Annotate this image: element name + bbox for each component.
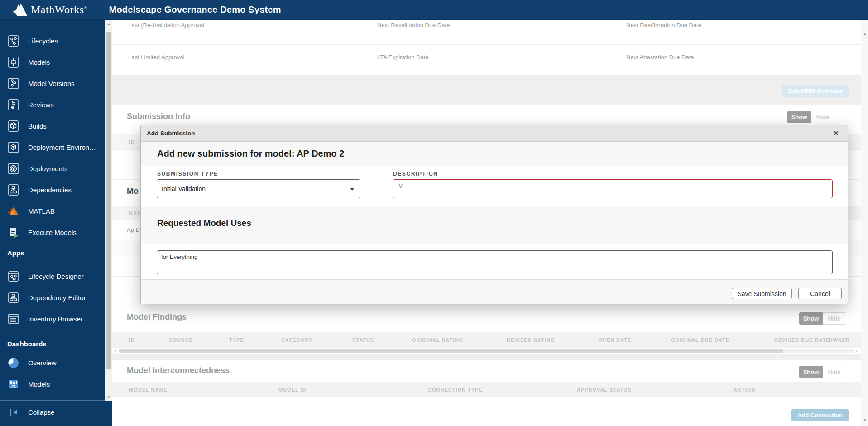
sidebar-item-label: Deployments [28,165,68,172]
modal-heading: Add new submission for model: AP Demo 2 [157,148,344,159]
field-label: Next Revalidation Due Date [377,22,450,29]
cancel-button[interactable]: Cancel [798,288,842,299]
sidebar-item-lifecycles[interactable]: Lifecycles [0,30,105,52]
column-header: ORIGINAL DUE DATE [671,337,729,343]
close-icon[interactable]: × [830,128,841,139]
sidebar-scrollbar-thumb[interactable] [106,32,111,369]
save-submission-button[interactable]: Save Submission [732,288,792,299]
sidebar-item-deployment-environments[interactable]: Deployment Environm… [0,137,105,158]
column-header: APPROVAL STATUS [577,387,632,392]
model-uses-input-section: for Everything [141,244,848,280]
scroll-down-icon[interactable]: ▼ [105,394,112,400]
sidebar-item-reviews[interactable]: Reviews [0,94,105,115]
column-header: ID [129,337,135,343]
sidebar-item-models[interactable]: Models [0,52,105,73]
sidebar-item-label: Lifecycles [28,37,58,45]
findings-horizontal-scrollbar[interactable]: ‹ › [114,348,858,354]
row-divider [112,44,861,45]
top-header: MathWorks® Modelscape Governance Demo Sy… [0,0,868,20]
builds-icon [7,120,19,132]
scroll-left-icon[interactable]: ‹ [113,348,118,354]
scroll-right-icon[interactable]: › [854,348,859,354]
interconnectedness-showhide: Show Hide [799,366,846,378]
sidebar-item-label: Inventory Browser [28,315,83,323]
sidebar-item-label: Collapse [28,408,54,416]
sidebar-item-models-dashboard[interactable]: Models [0,373,105,395]
scroll-up-icon[interactable]: ▲ [105,21,112,27]
field-label: Last Limited Approval [128,54,184,61]
scrollbar-thumb[interactable] [119,349,783,353]
scroll-down-icon[interactable]: ▼ [861,417,868,423]
reviews-icon [7,99,19,111]
sidebar-item-matlab[interactable]: MATLAB [0,201,105,222]
brand-text: MathWorks® [31,4,87,16]
field-value: — [761,49,767,56]
sidebar-divider [0,400,105,401]
sidebar-item-inventory-browser[interactable]: Inventory Browser [0,308,105,330]
table-header-row: MODEL NAME MODEL ID CONNECTION TYPE APPR… [112,382,861,397]
add-connection-button[interactable]: Add Connection [791,409,849,421]
execute-models-icon [7,226,19,239]
sidebar-item-dependency-editor[interactable]: Dependency Editor [0,287,105,308]
sidebar-item-builds[interactable]: Builds [0,115,105,137]
model-versions-icon [7,77,19,90]
sidebar-item-lifecycle-designer[interactable]: Lifecycle Designer [0,266,105,287]
hide-button[interactable]: Hide [823,312,846,325]
sidebar-item-execute-models[interactable]: Execute Models [0,222,105,243]
show-button[interactable]: Show [787,111,811,123]
sidebar-collapse-button[interactable]: Collapse [0,402,105,423]
sidebar-item-deployments[interactable]: Deployments [0,158,105,179]
sidebar-scrollbar[interactable]: ▲ ▼ [105,20,112,401]
column-header: ORIGINAL RATING [412,337,463,343]
submission-type-value: Initial Validation [162,185,206,192]
scroll-up-icon[interactable]: ▲ [861,30,868,37]
submission-type-select[interactable]: Initial Validation [157,179,360,198]
app-window: MathWorks® Modelscape Governance Demo Sy… [0,0,868,426]
sidebar-item-label: Deployment Environm… [28,144,101,151]
table-header-row: ID SOURCE TYPE CATEGORY STATUS ORIGINAL … [112,332,861,348]
submission-type-label: SUBMISSION TYPE [157,171,218,177]
field-label: Next Attestation Due Date [626,54,694,61]
deployment-environments-icon [7,141,19,153]
models-icon [7,56,19,68]
sidebar-nav: Lifecycles Models Model Versions Reviews [0,20,112,426]
sidebar-item-dependencies[interactable]: Dependencies [0,179,105,201]
mathworks-logo: MathWorks® [12,3,87,17]
main-scrollbar[interactable]: ▲ ▼ [861,20,868,426]
sidebar-item-label: Lifecycle Designer [28,273,84,280]
hide-button[interactable]: Hide [811,111,834,123]
column-header: REVISED RATING [507,337,555,343]
sidebar-item-label: Builds [28,122,47,130]
edit-mrm-activities-button[interactable]: Edit MRM Activities [782,85,849,97]
sidebar-item-model-versions[interactable]: Model Versions [0,73,105,94]
column-header: OWNER [829,337,850,343]
collapse-icon [7,406,19,418]
column-header: NAM [129,211,142,216]
deployments-icon [7,163,19,175]
description-input[interactable]: IV [393,179,833,198]
overview-pie-icon [7,357,19,369]
field-label: Last (Re-)Validation Approval [128,22,204,29]
dependencies-icon [7,184,19,196]
sidebar-item-label: Reviews [28,101,54,109]
show-button[interactable]: Show [799,312,823,325]
hide-button[interactable]: Hide [823,366,846,378]
field-value: — [256,49,262,56]
submission-info-showhide: Show Hide [787,111,834,123]
modal-form-section: SUBMISSION TYPE Initial Validation DESCR… [141,166,848,207]
mrm-activities-card: Last (Re-)Validation Approval Next Reval… [112,20,861,75]
chevron-down-icon [350,188,355,191]
field-label: LTA Expiration Date [377,54,429,61]
section-title-fragment: Mo [127,187,139,196]
sidebar-item-overview-dashboard[interactable]: Overview [0,352,105,373]
modal-footer: Save Submission Cancel [141,280,848,304]
page-title: Modelscape Governance Demo System [109,5,281,15]
dependency-editor-icon [7,292,19,304]
table-cell-fragment: Ap D [127,226,140,233]
column-header: MODEL NAME [129,387,168,392]
model-interconnectedness-card: Model Interconnectedness Show Hide MODEL… [112,360,861,426]
show-button[interactable]: Show [799,366,823,378]
sidebar-item-label: Models [28,58,50,66]
model-uses-textarea[interactable]: for Everything [157,250,833,274]
column-header: CATEGORY [281,337,312,343]
